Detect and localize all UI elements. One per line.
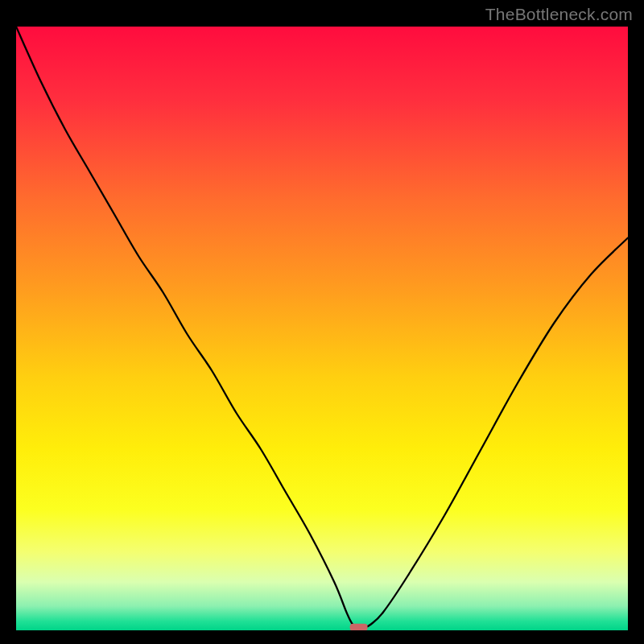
gradient-background <box>16 27 628 630</box>
watermark-label: TheBottleneck.com <box>485 5 633 24</box>
plot-area <box>16 27 628 630</box>
bottleneck-chart-svg <box>16 27 628 630</box>
optimal-marker <box>350 624 368 630</box>
chart-frame: TheBottleneck.com <box>0 0 644 644</box>
